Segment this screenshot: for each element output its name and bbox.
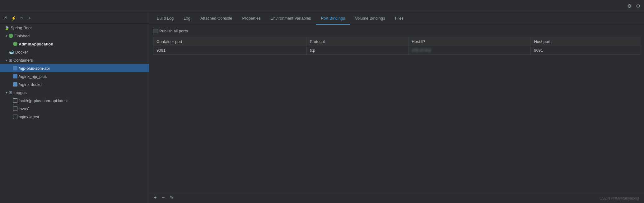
folder-icon: ⊞ <box>9 58 12 63</box>
tree-item-images[interactable]: ▾ ⊞ Images <box>0 88 149 97</box>
settings-icon[interactable]: ⚙ <box>626 3 633 10</box>
tree-label-finished: Finished <box>14 34 30 38</box>
filter-icon[interactable]: ⚡ <box>10 15 17 21</box>
tab-environment-variables[interactable]: Environment Variables <box>266 12 316 25</box>
tree-label-njp-plus-sbm-api: /njp-plus-sbm-api <box>19 66 50 71</box>
tab-port-bindings[interactable]: Port Bindings <box>316 12 350 25</box>
container-alt-icon <box>13 82 17 87</box>
sort-icon[interactable]: ≡ <box>18 15 25 21</box>
tree-label-image-java: java:8 <box>19 106 30 111</box>
tab-build-log[interactable]: Build Log <box>152 12 179 25</box>
tree-label-containers: Containers <box>13 58 33 63</box>
content-area: Publish all ports Container port Protoco… <box>149 25 644 192</box>
tab-properties[interactable]: Properties <box>237 12 266 25</box>
watermark: CSDN @IM@taoyalong <box>600 196 639 201</box>
tree-label-docker: Docker <box>15 50 28 54</box>
col-header-container-port: Container port <box>153 37 307 46</box>
container-icon <box>13 66 17 70</box>
cell-container-port: 9091 <box>153 46 307 55</box>
tree-item-image-java[interactable]: ▾ java:8 <box>0 105 149 113</box>
tab-volume-bindings[interactable]: Volume Bindings <box>350 12 390 25</box>
app-icon <box>13 42 17 46</box>
spring-icon: 🍃 <box>4 26 9 30</box>
bottom-bar: + − ✎ <box>149 192 644 203</box>
host-ip-value: 172.17.0.2 <box>412 48 431 53</box>
tree-item-finished[interactable]: ▾ Finished <box>0 32 149 40</box>
remove-binding-button[interactable]: − <box>160 194 167 201</box>
docker-icon: 🐋 <box>9 50 14 54</box>
tree-label-images: Images <box>13 90 27 95</box>
tree-item-admin-app[interactable]: ▾ AdminApplication <box>0 40 149 48</box>
edit-binding-button[interactable]: ✎ <box>168 194 175 201</box>
right-panel: Build Log Log Attached Console Propertie… <box>149 12 644 203</box>
folder-icon: ⊞ <box>9 90 12 95</box>
cell-host-port: 9091 <box>531 46 640 55</box>
tree-label-admin-app: AdminApplication <box>19 42 53 46</box>
tree-item-njp-plus-sbm-api[interactable]: ▾ /njp-plus-sbm-api <box>0 64 149 72</box>
sidebar-toolbar: ↺ ⚡ ≡ + <box>0 12 149 24</box>
cell-protocol: tcp <box>306 46 408 55</box>
cell-host-ip: 172.17.0.2 <box>408 46 531 55</box>
tree-item-nginx-docker[interactable]: ▾ /nginx-docker <box>0 80 149 88</box>
publish-all-ports-label: Publish all ports <box>159 29 188 33</box>
tree-label-image-jack: jack/njp-plus-sbm-api:latest <box>19 98 68 103</box>
tab-files[interactable]: Files <box>390 12 408 25</box>
col-header-protocol: Protocol <box>306 37 408 46</box>
add-binding-button[interactable]: + <box>152 194 159 201</box>
tree-item-containers[interactable]: ▾ ⊞ Containers <box>0 56 149 64</box>
chevron-down-icon: ▾ <box>4 90 9 95</box>
publish-all-ports-row: Publish all ports <box>153 29 640 33</box>
tree-label-nginx-docker: /nginx-docker <box>19 82 43 87</box>
col-header-host-ip: Host IP <box>408 37 531 46</box>
image-icon <box>13 115 17 119</box>
tree-label-spring-boot: Spring Boot <box>11 26 32 30</box>
tree-item-image-nginx[interactable]: ▾ nginx:latest <box>0 113 149 121</box>
tree-item-nginx-njp-plus[interactable]: ▾ /nginx_njp_plus <box>0 72 149 80</box>
chevron-down-icon: ▾ <box>4 34 9 38</box>
tree-item-spring-boot[interactable]: 🍃 Spring Boot <box>0 24 149 32</box>
plus-icon[interactable]: + <box>26 15 33 21</box>
port-bindings-table: Container port Protocol Host IP Host por… <box>153 37 640 55</box>
col-header-host-port: Host port <box>531 37 640 46</box>
svg-point-1 <box>14 43 16 45</box>
container-icon <box>13 74 17 78</box>
tree-item-docker[interactable]: ▾ 🐋 Docker <box>0 48 149 56</box>
image-icon <box>13 98 17 103</box>
tab-log[interactable]: Log <box>179 12 195 25</box>
tree-label-nginx-njp-plus: /nginx_njp_plus <box>19 74 47 79</box>
sidebar: ↺ ⚡ ≡ + 🍃 Spring Boot ▾ Finished ▾ Admin… <box>0 12 149 203</box>
svg-point-0 <box>10 35 12 37</box>
main-layout: ↺ ⚡ ≡ + 🍃 Spring Boot ▾ Finished ▾ Admin… <box>0 12 644 203</box>
publish-all-ports-checkbox[interactable] <box>153 29 157 33</box>
running-icon <box>9 34 13 38</box>
image-icon <box>13 106 17 111</box>
tab-bar: Build Log Log Attached Console Propertie… <box>149 12 644 25</box>
tab-attached-console[interactable]: Attached Console <box>195 12 237 25</box>
chevron-down-icon: ▾ <box>4 58 9 62</box>
top-bar: ⚙ ⚙ <box>0 0 644 12</box>
tree-label-image-nginx: nginx:latest <box>19 115 39 119</box>
rerun-icon[interactable]: ↺ <box>2 15 9 21</box>
tree-item-image-jack[interactable]: ▾ jack/njp-plus-sbm-api:latest <box>0 97 149 105</box>
gear-icon[interactable]: ⚙ <box>635 3 642 10</box>
table-row[interactable]: 9091 tcp 172.17.0.2 9091 <box>153 46 640 55</box>
